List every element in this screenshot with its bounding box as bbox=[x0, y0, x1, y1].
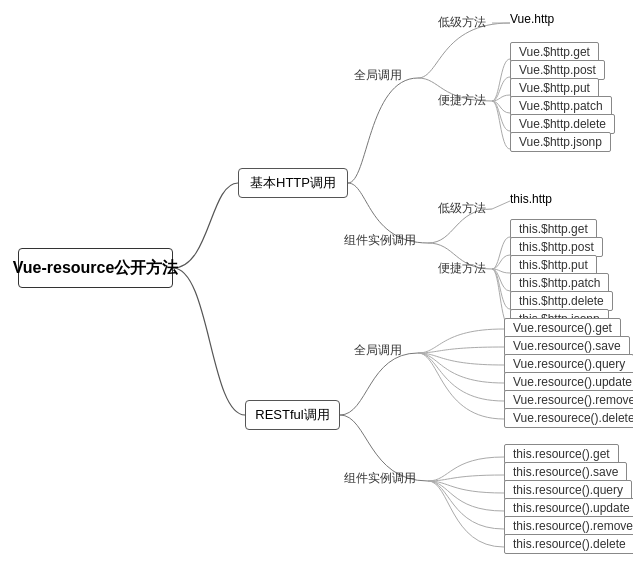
low-method2-label: 低级方法 bbox=[432, 198, 492, 219]
convenience2-label: 便捷方法 bbox=[432, 258, 492, 279]
this-resource-update-leaf: this.resource().update bbox=[504, 498, 633, 518]
this-http-text: this.http bbox=[510, 192, 552, 206]
mindmap-canvas: Vue-resource公开方法 基本HTTP调用 RESTful调用 全局调用… bbox=[0, 0, 633, 568]
vue-resource-save-leaf: Vue.resource().save bbox=[504, 336, 630, 356]
this-resource-remove-leaf: this.resource().remove bbox=[504, 516, 633, 536]
vue-http-get-leaf: Vue.$http.get bbox=[510, 42, 599, 62]
restful-label: RESTful调用 bbox=[255, 406, 329, 424]
vue-resource-delete-leaf: Vue.resourece().delete bbox=[504, 408, 633, 428]
this-http-post-leaf: this.$http.post bbox=[510, 237, 603, 257]
vue-http-text: Vue.http bbox=[510, 12, 554, 26]
global-call2-label: 全局调用 bbox=[348, 340, 408, 361]
component-call2-label: 组件实例调用 bbox=[338, 468, 422, 489]
this-http-leaf: this.http bbox=[510, 192, 552, 206]
global-call-label: 全局调用 bbox=[348, 65, 408, 86]
basic-http-node: 基本HTTP调用 bbox=[238, 168, 348, 198]
vue-http-jsonp-leaf: Vue.$http.jsonp bbox=[510, 132, 611, 152]
this-resource-get-leaf: this.resource().get bbox=[504, 444, 619, 464]
vue-resource-query-leaf: Vue.resource().query bbox=[504, 354, 633, 374]
this-http-patch-leaf: this.$http.patch bbox=[510, 273, 609, 293]
root-node: Vue-resource公开方法 bbox=[18, 248, 173, 288]
component-call-label: 组件实例调用 bbox=[338, 230, 422, 251]
this-http-put-leaf: this.$http.put bbox=[510, 255, 597, 275]
vue-http-delete-leaf: Vue.$http.delete bbox=[510, 114, 615, 134]
vue-resource-remove-leaf: Vue.resource().remove bbox=[504, 390, 633, 410]
root-label: Vue-resource公开方法 bbox=[13, 258, 179, 279]
vue-http-patch-leaf: Vue.$http.patch bbox=[510, 96, 612, 116]
vue-http-leaf: Vue.http bbox=[510, 12, 554, 26]
vue-http-put-leaf: Vue.$http.put bbox=[510, 78, 599, 98]
vue-resource-get-leaf: Vue.resource().get bbox=[504, 318, 621, 338]
this-resource-save-leaf: this.resource().save bbox=[504, 462, 627, 482]
restful-node: RESTful调用 bbox=[245, 400, 340, 430]
this-http-get-leaf: this.$http.get bbox=[510, 219, 597, 239]
vue-resource-update-leaf: Vue.resource().update bbox=[504, 372, 633, 392]
basic-http-label: 基本HTTP调用 bbox=[250, 174, 336, 192]
this-resource-query-leaf: this.resource().query bbox=[504, 480, 632, 500]
this-resource-delete-leaf: this.resource().delete bbox=[504, 534, 633, 554]
vue-http-post-leaf: Vue.$http.post bbox=[510, 60, 605, 80]
this-http-delete-leaf: this.$http.delete bbox=[510, 291, 613, 311]
low-method1-label: 低级方法 bbox=[432, 12, 492, 33]
convenience1-label: 便捷方法 bbox=[432, 90, 492, 111]
